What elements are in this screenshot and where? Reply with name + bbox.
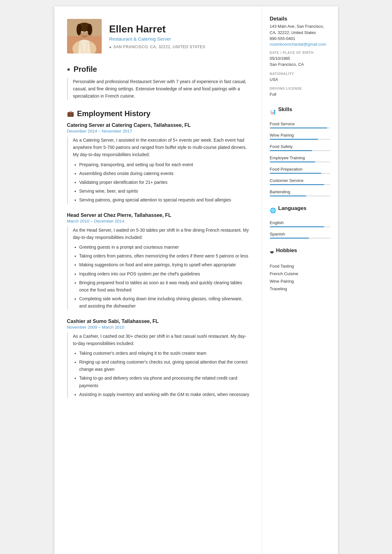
profile-text: Personable and professional Restaurant S… [67,78,251,100]
job-bullet-1-3: Inputting orders into our POS system per… [79,270,251,278]
skill-bar-bg-3 [270,161,330,162]
hobby-item-2: Wine Pairing [270,278,330,285]
job-dates-1: March 2010 – December 2014 [67,219,251,223]
skill-bar-fill-0 [270,127,327,128]
job-description-2: As a Cashier, I cashed out 30+ checks pe… [67,333,251,398]
employment-section: 💼 Employment History Catering Server at … [67,109,251,398]
skills-section-header: 📊 Skills [270,106,330,117]
job-bullets-0: Preparing, transporting, and setting up … [73,161,251,204]
candidate-job-title: Restaurant & Catering Server [109,36,205,42]
languages-container: EnglishSpanish [270,220,330,239]
job-dates-2: November 2009 – March 2010 [67,325,251,330]
avatar [67,19,102,54]
languages-section: 🌐 Languages EnglishSpanish [270,205,330,239]
job-bullet-0-3: Serving wine, beer, and spirits [79,188,251,195]
nationality-label: NATIONALITY [270,72,330,76]
skill-bar-bg-4 [270,173,330,174]
jobs-container: Catering Server at Catering Capers, Tall… [67,122,251,398]
employment-section-title: Employment History [77,109,151,118]
job-description-0: As a Catering Server, I assisted in the … [67,137,251,204]
job-bullet-0-4: Serving patrons, giving special attentio… [79,196,251,204]
hobbies-title: Hobbies [276,247,297,254]
heart-icon: ❤ [270,250,274,256]
skill-bar-fill-4 [270,173,321,174]
skill-bar-fill-2 [270,150,312,151]
job-dates-0: December 2014 – November 2017 [67,129,251,133]
job-title-0: Catering Server at Catering Capers, Tall… [67,122,251,128]
language-item-0: English [270,220,330,227]
skill-item-6: Bartending [270,189,330,196]
details-title: Details [270,16,330,22]
svg-point-10 [86,32,87,33]
skills-section: 📊 Skills Food ServiceWine PairingFood Sa… [270,106,330,196]
driving-label: DRIVING LICENSE [270,87,330,90]
job-bullet-1-0: Greeting guests in a prompt and courteou… [79,244,251,251]
header-info: Ellen Harret Restaurant & Catering Serve… [109,23,205,49]
skill-bar-fill-3 [270,161,315,162]
language-bar-fill-0 [270,226,324,227]
languages-title: Languages [278,205,307,212]
job-item-0: Catering Server at Catering Capers, Tall… [67,122,251,204]
email-value: rozenboomchantal@gmail.com [270,42,330,47]
main-column: Ellen Harret Restaurant & Catering Serve… [54,6,262,554]
job-description-1: As the Head Server, I waited on 5-30 tab… [67,227,251,310]
skills-icon: 📊 [270,109,276,115]
job-bullet-0-1: Assembling dishes onsite during catering… [79,170,251,177]
sidebar: Details 143 Main Ave, San Francisco, CA,… [262,6,338,554]
skill-item-3: Employee Training [270,155,330,162]
skill-name-0: Food Service [270,122,330,126]
job-bullet-1-5: Completing side work during down time in… [79,295,251,310]
language-bar-fill-1 [270,238,309,239]
job-intro-0: As a Catering Server, I assisted in the … [73,137,251,158]
skill-item-5: Customer Service [270,178,330,185]
svg-point-9 [81,32,82,33]
profile-section-header: ● Profile [67,65,251,74]
hobby-item-3: Traveling [270,285,330,293]
hobbies-section-header: ❤ Hobbies [270,247,330,258]
skill-item-2: Food Safety [270,144,330,151]
candidate-name: Ellen Harret [109,23,205,35]
resume-container: Ellen Harret Restaurant & Catering Serve… [54,6,338,554]
job-bullets-1: Greeting guests in a prompt and courteou… [73,244,251,310]
job-bullet-1-4: Bringing prepared food to tables as soon… [79,279,251,294]
job-bullet-1-2: Making suggestions on food and wine pair… [79,261,251,269]
job-bullet-2-3: Assisting in supply inventory and workin… [79,391,251,398]
skill-bar-bg-6 [270,195,330,196]
hobby-item-0: Food Tasting [270,263,330,270]
job-bullet-2-1: Ringing up and cashing customer's checks… [79,359,251,373]
job-item-1: Head Server at Chez Pierre, Tallahassee,… [67,212,251,310]
job-intro-2: As a Cashier, I cashed out 30+ checks pe… [73,333,251,347]
skill-item-4: Food Preperation [270,167,330,174]
job-title-1: Head Server at Chez Pierre, Tallahassee,… [67,212,251,218]
candidate-location: ● SAN FRANCISCO, CA, 32222, UNITED STATE… [109,45,205,49]
language-bar-bg-0 [270,226,330,227]
svg-point-5 [77,24,82,35]
dob-value: 05/10/1985San Francisco, CA [270,55,330,68]
language-name-0: English [270,220,330,225]
skill-item-0: Food Service [270,122,330,128]
job-bullet-2-2: Taking to-go and delivery orders via pho… [79,375,251,389]
hobby-item-1: French Cuisine [270,270,330,278]
dob-label: DATE / PLACE OF BIRTH [270,51,330,54]
skill-name-2: Food Safety [270,144,330,149]
job-item-2: Cashier at Sumo Sabi, Tallahassee, FLNov… [67,319,251,398]
skill-bar-bg-2 [270,150,330,151]
resume-header: Ellen Harret Restaurant & Catering Serve… [67,19,251,54]
job-bullet-0-2: Validating proper identification for 21+… [79,179,251,186]
driving-value: Full [270,91,330,98]
globe-icon: 🌐 [270,207,276,213]
hobbies-container: Food TastingFrench CuisineWine PairingTr… [270,263,330,293]
language-name-1: Spanish [270,232,330,236]
skill-name-4: Food Preperation [270,167,330,172]
profile-section: ● Profile Personable and professional Re… [67,65,251,100]
skill-bar-fill-6 [270,195,306,196]
job-intro-1: As the Head Server, I waited on 5-30 tab… [73,227,251,241]
job-bullet-2-0: Taking customer's orders and relaying it… [79,350,251,357]
skill-name-6: Bartending [270,189,330,194]
job-bullet-1-1: Taking orders from patrons, often memori… [79,252,251,260]
skill-bar-bg-5 [270,184,330,185]
svg-point-6 [87,24,92,35]
skill-bar-fill-5 [270,184,324,185]
details-section: Details 143 Main Ave, San Francisco, CA,… [270,16,330,98]
job-bullet-0-0: Preparing, transporting, and setting up … [79,161,251,168]
